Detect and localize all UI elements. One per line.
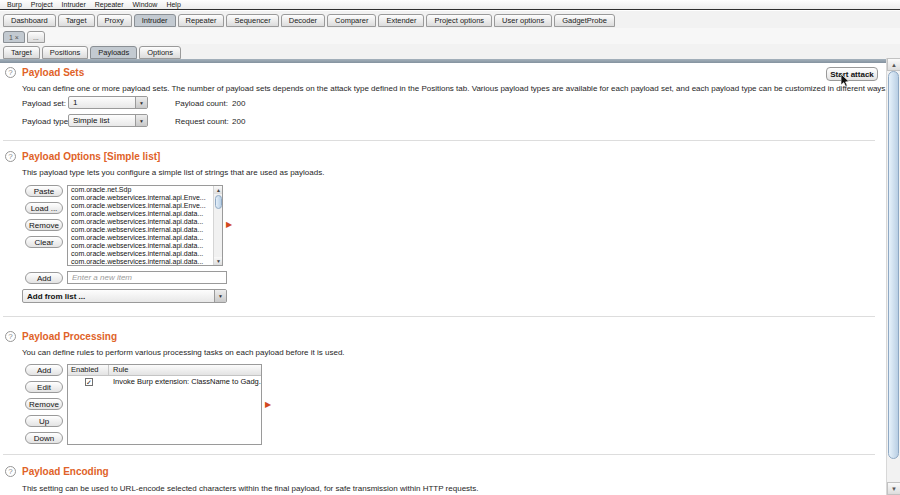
menu-bar: Burp Project Intruder Repeater Window He… <box>0 0 900 10</box>
rule-add-button[interactable]: Add <box>25 364 63 376</box>
payload-encoding-title: Payload Encoding <box>22 466 109 477</box>
payload-encoding-description: This setting can be used to URL-encode s… <box>22 484 479 493</box>
subtab-target[interactable]: Target <box>3 46 40 59</box>
tab-extender[interactable]: Extender <box>378 14 424 27</box>
attack-tab-label: 1 <box>9 34 13 41</box>
chevron-down-icon: ▼ <box>214 290 226 302</box>
clear-button[interactable]: Clear <box>25 236 63 248</box>
tab-project-options[interactable]: Project options <box>426 14 492 27</box>
payload-sets-title: Payload Sets <box>22 67 84 78</box>
help-icon[interactable]: ? <box>5 151 16 162</box>
tab-sequencer[interactable]: Sequencer <box>226 14 278 27</box>
scroll-up-icon[interactable]: ▲ <box>887 58 900 71</box>
list-item[interactable]: com.oracle.net.Sdp <box>68 186 213 194</box>
tab-target[interactable]: Target <box>58 14 95 27</box>
request-count-value: 200 <box>232 117 245 126</box>
list-item[interactable]: com.oracle.webservices.internal.api.data… <box>68 226 213 234</box>
menu-window[interactable]: Window <box>133 1 158 8</box>
new-item-input[interactable] <box>67 271 227 284</box>
list-scrollbar-thumb[interactable] <box>215 195 222 209</box>
rule-edit-button[interactable]: Edit <box>25 381 63 393</box>
intruder-sub-tab-bar: Target Positions Payloads Options <box>0 44 900 59</box>
help-icon[interactable]: ? <box>5 466 16 477</box>
subtab-positions[interactable]: Positions <box>42 46 88 59</box>
payload-options-title: Payload Options [Simple list] <box>22 151 160 162</box>
tab-user-options[interactable]: User options <box>494 14 552 27</box>
enabled-column-header[interactable]: Enabled <box>68 365 109 375</box>
attack-tab-1[interactable]: 1 × <box>3 31 25 43</box>
remove-button[interactable]: Remove <box>25 219 63 231</box>
tab-repeater[interactable]: Repeater <box>178 14 225 27</box>
menu-project[interactable]: Project <box>31 1 53 8</box>
chevron-down-icon: ▼ <box>135 115 147 126</box>
payload-count-value: 200 <box>232 99 245 108</box>
start-attack-button[interactable]: Start attack <box>826 67 878 81</box>
scroll-down-icon[interactable]: ▼ <box>214 257 223 265</box>
rule-remove-button[interactable]: Remove <box>25 398 63 410</box>
subtab-payloads[interactable]: Payloads <box>90 46 137 59</box>
rule-column-header[interactable]: Rule <box>109 365 261 375</box>
payload-set-dropdown[interactable]: 1 ▼ <box>68 96 148 109</box>
tab-comparer[interactable]: Comparer <box>327 14 376 27</box>
menu-intruder[interactable]: Intruder <box>62 1 86 8</box>
payload-count-label: Payload count: <box>175 99 228 108</box>
add-item-button[interactable]: Add <box>25 272 63 284</box>
list-item[interactable]: com.oracle.webservices.internal.api.Enve… <box>68 202 213 210</box>
list-item[interactable]: com.oracle.webservices.internal.api.data… <box>68 242 213 250</box>
enabled-checkbox[interactable]: ✓ <box>85 378 93 386</box>
section-divider <box>3 454 875 455</box>
rule-up-button[interactable]: Up <box>25 415 63 427</box>
section-divider <box>3 316 875 317</box>
rule-down-button[interactable]: Down <box>25 432 63 444</box>
marker-arrow-icon: ▶ <box>226 220 232 229</box>
payload-type-dropdown[interactable]: Simple list ▼ <box>68 114 148 127</box>
menu-help[interactable]: Help <box>166 1 180 8</box>
payload-type-label: Payload type: <box>22 117 70 126</box>
list-item[interactable]: com.oracle.webservices.internal.api.data… <box>68 218 213 226</box>
paste-button[interactable]: Paste <box>25 185 63 197</box>
table-header-row: Enabled Rule <box>68 365 261 376</box>
scrollbar-thumb[interactable] <box>888 71 899 459</box>
tab-decoder[interactable]: Decoder <box>281 14 325 27</box>
payload-processing-description: You can define rules to perform various … <box>22 348 345 357</box>
list-item[interactable]: com.oracle.webservices.internal.api.data… <box>68 258 213 265</box>
load-button[interactable]: Load ... <box>25 202 63 214</box>
list-item[interactable]: com.oracle.webservices.internal.api.data… <box>68 210 213 218</box>
tab-separator-bar <box>0 59 900 63</box>
chevron-down-icon: ▼ <box>135 97 147 108</box>
payload-set-value: 1 <box>73 98 77 107</box>
vertical-scrollbar[interactable]: ▲ ▼ <box>886 58 900 495</box>
tab-gadgetprobe[interactable]: GadgetProbe <box>554 14 615 27</box>
tab-dashboard[interactable]: Dashboard <box>3 14 56 27</box>
section-divider <box>3 140 875 141</box>
tab-proxy[interactable]: Proxy <box>97 14 132 27</box>
main-tab-bar: Dashboard Target Proxy Intruder Repeater… <box>0 11 900 28</box>
payload-list-viewport: com.oracle.net.Sdp com.oracle.webservice… <box>68 186 213 265</box>
list-item[interactable]: com.oracle.webservices.internal.api.Enve… <box>68 194 213 202</box>
scroll-up-icon[interactable]: ▲ <box>214 186 223 194</box>
request-count-label: Request count: <box>175 117 229 126</box>
tab-intruder[interactable]: Intruder <box>134 14 176 27</box>
subtab-options[interactable]: Options <box>139 46 181 59</box>
rule-cell: Invoke Burp extension: ClassName to Gadg… <box>93 377 261 386</box>
attack-tab-bar: 1 × ... <box>0 28 900 44</box>
help-icon[interactable]: ? <box>5 331 16 342</box>
payload-options-description: This payload type lets you configure a s… <box>22 168 324 177</box>
list-item[interactable]: com.oracle.webservices.internal.api.data… <box>68 250 213 258</box>
attack-tab-more[interactable]: ... <box>27 31 45 43</box>
processing-rules-table: Enabled Rule ✓ Invoke Burp extension: Cl… <box>67 364 262 445</box>
help-icon[interactable]: ? <box>5 67 16 78</box>
payload-sets-description: You can define one or more payload sets.… <box>22 84 888 93</box>
list-item[interactable]: com.oracle.webservices.internal.api.data… <box>68 234 213 242</box>
add-from-list-value: Add from list ... <box>27 292 85 301</box>
close-icon[interactable]: × <box>15 34 19 41</box>
add-from-list-dropdown[interactable]: Add from list ... ▼ <box>22 289 227 303</box>
payload-type-value: Simple list <box>73 116 109 125</box>
payload-set-label: Payload set: <box>22 99 66 108</box>
menu-repeater[interactable]: Repeater <box>95 1 124 8</box>
scroll-down-icon[interactable]: ▼ <box>887 482 900 495</box>
payload-processing-title: Payload Processing <box>22 331 117 342</box>
menu-burp[interactable]: Burp <box>7 1 22 8</box>
list-scrollbar[interactable]: ▲ ▼ <box>213 186 222 265</box>
table-row[interactable]: ✓ Invoke Burp extension: ClassName to Ga… <box>68 376 261 387</box>
